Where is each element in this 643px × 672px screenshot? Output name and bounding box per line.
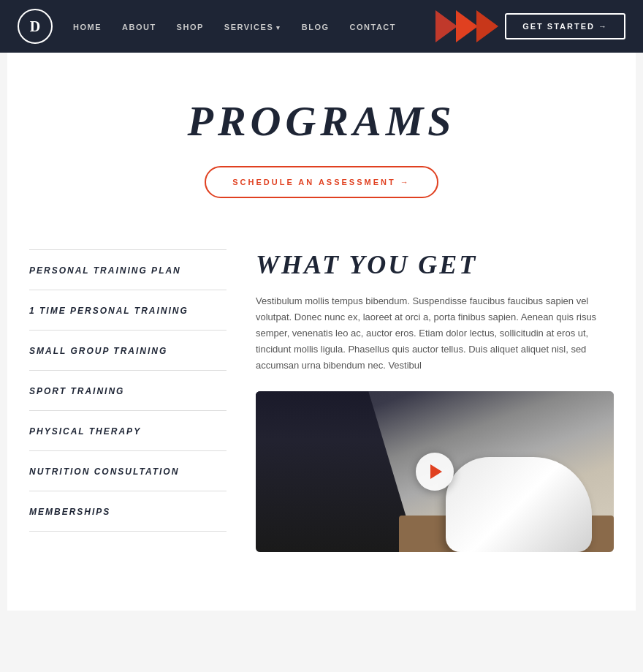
sidebar-label-physical-therapy: PHYSICAL THERAPY: [29, 426, 141, 437]
nav-item-home[interactable]: HOME: [73, 20, 102, 33]
sidebar-item-personal-training-plan[interactable]: PERSONAL TRAINING PLAN: [29, 249, 227, 290]
sidebar-item-sport-training[interactable]: SPORT TRAINING: [29, 371, 227, 411]
content-area: WHAT YOU GET Vestibulum mollis tempus bi…: [256, 249, 614, 552]
sidebar-label-personal-training-plan: PERSONAL TRAINING PLAN: [29, 265, 181, 276]
sidebar-label-1time-personal-training: 1 TIME PERSONAL TRAINING: [29, 306, 189, 316]
sidebar-item-small-group-training[interactable]: SMALL GROUP TRAINING: [29, 331, 227, 371]
logo-letter: D: [30, 18, 40, 35]
sidebar-item-1time-personal-training[interactable]: 1 TIME PERSONAL TRAINING: [29, 290, 227, 331]
sidebar-label-nutrition-consultation: NUTRITION CONSULTATION: [29, 467, 179, 477]
sidebar: PERSONAL TRAINING PLAN 1 TIME PERSONAL T…: [29, 249, 227, 532]
sidebar-label-small-group-training: SMALL GROUP TRAINING: [29, 346, 167, 356]
programs-title: PROGRAMS: [22, 97, 621, 146]
nav-arrows-decoration: [435, 10, 497, 42]
nav-link-services[interactable]: SERVICES: [224, 23, 281, 31]
navbar: D HOME ABOUT SHOP SERVICES BLOG CONTACT …: [0, 0, 643, 53]
video-thumbnail[interactable]: [256, 391, 614, 552]
content-body-text: Vestibulum mollis tempus bibendum. Suspe…: [256, 293, 614, 374]
sidebar-item-nutrition-consultation[interactable]: NUTRITION CONSULTATION: [29, 451, 227, 491]
nav-link-shop[interactable]: SHOP: [177, 23, 204, 31]
nav-item-services[interactable]: SERVICES: [224, 20, 281, 33]
play-button[interactable]: [416, 453, 454, 491]
nav-item-blog[interactable]: BLOG: [302, 20, 330, 33]
arrow-3: [476, 10, 498, 42]
nav-link-contact[interactable]: CONTACT: [350, 23, 396, 31]
schedule-assessment-button[interactable]: SCHEDULE AN ASSESSMENT: [205, 166, 438, 198]
sidebar-label-sport-training: SPORT TRAINING: [29, 386, 124, 396]
what-you-get-title: WHAT YOU GET: [256, 249, 614, 280]
sidebar-label-memberships: MEMBERSHIPS: [29, 507, 110, 517]
nav-item-contact[interactable]: CONTACT: [350, 20, 396, 33]
nav-item-shop[interactable]: SHOP: [177, 20, 204, 33]
nav-link-home[interactable]: HOME: [73, 23, 102, 31]
two-column-layout: PERSONAL TRAINING PLAN 1 TIME PERSONAL T…: [7, 220, 636, 567]
get-started-button[interactable]: GET STARTED: [505, 13, 625, 39]
sidebar-item-physical-therapy[interactable]: PHYSICAL THERAPY: [29, 411, 227, 451]
play-icon: [430, 464, 442, 479]
video-shoe-element: [446, 457, 592, 552]
nav-link-blog[interactable]: BLOG: [302, 23, 330, 31]
arrow-2: [456, 10, 478, 42]
main-content: PROGRAMS SCHEDULE AN ASSESSMENT PERSONAL…: [7, 53, 636, 611]
nav-item-about[interactable]: ABOUT: [122, 20, 156, 33]
programs-header: PROGRAMS SCHEDULE AN ASSESSMENT: [7, 53, 636, 220]
sidebar-item-memberships[interactable]: MEMBERSHIPS: [29, 491, 227, 532]
nav-link-about[interactable]: ABOUT: [122, 23, 156, 31]
arrow-1: [435, 10, 457, 42]
logo[interactable]: D: [18, 9, 53, 44]
